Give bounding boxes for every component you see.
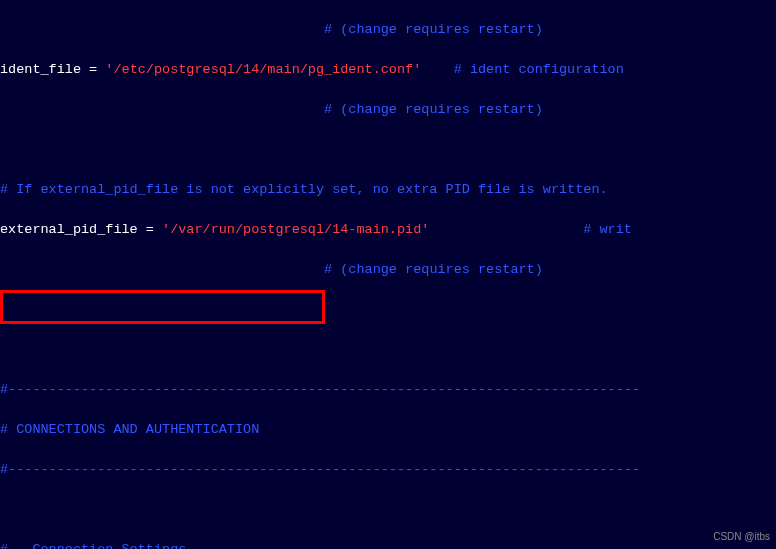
setting-key: external_pid_file = — [0, 222, 162, 237]
code-line: #---------------------------------------… — [0, 460, 776, 480]
code-line — [0, 500, 776, 520]
comment-text: # If external_pid_file is not explicitly… — [0, 182, 608, 197]
code-line: # - Connection Settings - — [0, 540, 776, 549]
watermark-text: CSDN @itbs — [713, 527, 770, 547]
comment-text — [0, 102, 324, 117]
comment-text — [0, 22, 324, 37]
code-line — [0, 300, 776, 320]
comment-text: # (change requires restart) — [324, 102, 543, 117]
code-line: # CONNECTIONS AND AUTHENTICATION — [0, 420, 776, 440]
setting-key: ident_file = — [0, 62, 105, 77]
comment-text: # (change requires restart) — [324, 262, 543, 277]
section-divider: #---------------------------------------… — [0, 462, 640, 477]
comment-text — [0, 262, 324, 277]
section-header: # CONNECTIONS AND AUTHENTICATION — [0, 422, 259, 437]
comment-text: # ident configuration — [421, 62, 624, 77]
code-line: ident_file = '/etc/postgresql/14/main/pg… — [0, 60, 776, 80]
code-line — [0, 340, 776, 360]
code-line: external_pid_file = '/var/run/postgresql… — [0, 220, 776, 240]
code-line: # If external_pid_file is not explicitly… — [0, 180, 776, 200]
code-line: # (change requires restart) — [0, 260, 776, 280]
code-line: #---------------------------------------… — [0, 380, 776, 400]
section-divider: #---------------------------------------… — [0, 382, 640, 397]
code-line — [0, 140, 776, 160]
comment-text: # writ — [429, 222, 632, 237]
config-file-editor[interactable]: # (change requires restart) ident_file =… — [0, 0, 776, 549]
comment-text: # (change requires restart) — [324, 22, 543, 37]
code-line: # (change requires restart) — [0, 100, 776, 120]
code-line: # (change requires restart) — [0, 20, 776, 40]
setting-value: '/var/run/postgresql/14-main.pid' — [162, 222, 429, 237]
subsection-header: # - Connection Settings - — [0, 542, 203, 549]
setting-value: '/etc/postgresql/14/main/pg_ident.conf' — [105, 62, 421, 77]
